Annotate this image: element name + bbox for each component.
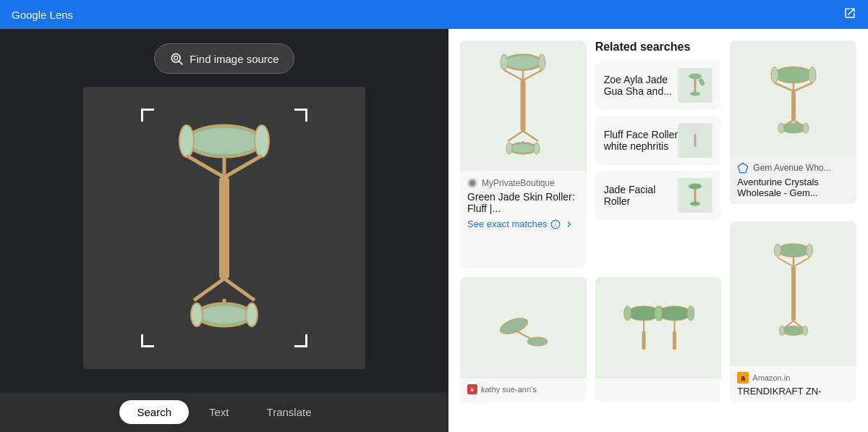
see-exact-matches-text: See exact matches	[467, 219, 548, 229]
svg-point-75	[774, 244, 780, 257]
bottom-result-1-source-text: kathy sue-ann's	[481, 385, 537, 394]
source-name: MyPrivateBoutique	[482, 178, 555, 188]
svg-line-79	[793, 258, 809, 267]
bottom-result-2-image	[595, 277, 722, 378]
related-item-2[interactable]: Fluff Face Roller white nephritis	[595, 116, 722, 165]
main-search-result[interactable]: MyPrivateBoutique Green Jade Skin Roller…	[460, 41, 587, 268]
svg-point-74	[778, 244, 809, 257]
svg-point-15	[200, 306, 249, 323]
svg-line-78	[778, 258, 793, 267]
third-col-result[interactable]: Gem Avenue Who... Aventurine Crystals Wh…	[730, 41, 856, 213]
translate-tab[interactable]: Translate	[250, 400, 329, 424]
svg-line-8	[187, 156, 224, 177]
svg-point-32	[534, 143, 540, 154]
svg-point-31	[506, 143, 512, 154]
main-result-jade-roller	[490, 44, 556, 167]
bottom-result-3-source-text: Amazon.in	[752, 373, 790, 382]
text-tab[interactable]: Text	[192, 400, 247, 424]
bottom-result-1-content: k kathy sue-ann's	[460, 378, 587, 402]
find-image-label: Find image source	[190, 53, 278, 65]
jade-roller-image	[159, 98, 289, 358]
see-exact-matches-link[interactable]: See exact matches i	[467, 219, 579, 229]
svg-line-11	[194, 279, 224, 300]
svg-point-36	[689, 74, 702, 80]
svg-line-1	[179, 62, 183, 65]
svg-line-23	[504, 70, 523, 80]
bottom-result-2-content	[595, 378, 722, 390]
related-item-1-text: Zoe Ayla Jade Gua Sha and...	[604, 74, 678, 97]
related-item-2-text: Fluff Face Roller white nephritis	[604, 129, 678, 152]
third-col-title: Aventurine Crystals Wholesale - Gem...	[737, 177, 849, 198]
svg-point-33	[469, 180, 475, 186]
svg-point-65	[624, 306, 631, 321]
svg-rect-25	[521, 80, 526, 131]
third-col-source-name: Gem Avenue Who...	[753, 163, 830, 173]
svg-point-61	[527, 337, 548, 346]
svg-point-76	[806, 244, 812, 257]
third-col-source: Gem Avenue Who...	[737, 162, 849, 174]
svg-rect-73	[673, 331, 676, 350]
svg-point-84	[779, 326, 784, 336]
related-item-1[interactable]: Zoe Ayla Jade Gua Sha and...	[595, 61, 722, 110]
svg-point-59	[498, 315, 530, 337]
related-item-3-thumb	[678, 178, 712, 213]
svg-point-71	[687, 306, 694, 321]
svg-line-51	[793, 83, 812, 92]
selection-corner-br	[294, 334, 307, 347]
svg-point-21	[538, 54, 545, 70]
svg-point-2	[174, 56, 178, 60]
main-result-title: Green Jade Skin Roller: Fluff |...	[467, 191, 579, 214]
results-grid: MyPrivateBoutique Green Jade Skin Roller…	[460, 41, 856, 402]
svg-line-24	[523, 70, 542, 80]
svg-rect-68	[642, 331, 645, 350]
source-icon-1: k	[467, 384, 477, 394]
third-col-top-card[interactable]: Gem Avenue Who... Aventurine Crystals Wh…	[730, 41, 856, 204]
related-item-2-thumb	[678, 123, 712, 158]
svg-rect-39	[698, 78, 705, 87]
svg-point-45	[690, 202, 700, 206]
svg-point-30	[511, 144, 535, 153]
svg-point-47	[771, 67, 778, 83]
selection-corner-tl	[141, 109, 154, 122]
svg-rect-10	[219, 177, 229, 279]
svg-line-50	[775, 83, 793, 92]
left-panel: Find image source	[0, 29, 448, 432]
svg-line-26	[508, 131, 523, 141]
bottom-result-3-title: TRENDIKRAFT ZN-	[737, 386, 849, 397]
selection-corner-bl	[141, 334, 154, 347]
svg-line-9	[224, 156, 262, 177]
svg-point-6	[255, 125, 269, 157]
bottom-result-3[interactable]: a Amazon.in TRENDIKRAFT ZN-	[730, 221, 856, 402]
app-title: Google Lens	[12, 9, 73, 21]
svg-line-27	[523, 131, 538, 141]
svg-point-42	[690, 147, 700, 151]
search-tab[interactable]: Search	[119, 400, 189, 424]
find-image-source-button[interactable]: Find image source	[154, 43, 294, 74]
info-icon: i	[550, 219, 561, 229]
svg-marker-58	[739, 163, 748, 172]
third-col-image	[730, 41, 856, 156]
svg-point-57	[803, 123, 809, 133]
bottom-result-1-image	[460, 277, 587, 378]
svg-point-16	[191, 303, 203, 326]
svg-text:i: i	[555, 221, 556, 226]
source-favicon	[467, 178, 477, 188]
svg-point-19	[506, 56, 540, 69]
related-searches-title: Related searches	[595, 41, 722, 54]
bottom-result-2[interactable]	[595, 277, 722, 402]
svg-point-40	[689, 129, 702, 135]
main-result-image	[460, 41, 587, 171]
related-item-3[interactable]: Jade Facial Roller	[595, 171, 722, 220]
svg-point-43	[689, 184, 702, 190]
right-panel: MyPrivateBoutique Green Jade Skin Roller…	[448, 29, 868, 432]
svg-point-38	[690, 92, 700, 96]
svg-point-55	[781, 123, 806, 133]
gem-icon	[737, 162, 749, 174]
bottom-tabs: Search Text Translate	[0, 392, 448, 432]
external-link-icon[interactable]	[843, 7, 856, 23]
bottom-result-1[interactable]: k kathy sue-ann's	[460, 277, 587, 402]
main-result-source: MyPrivateBoutique	[467, 178, 579, 188]
selection-corner-tr	[294, 109, 307, 122]
main-result-content: MyPrivateBoutique Green Jade Skin Roller…	[460, 171, 587, 237]
svg-point-46	[775, 67, 812, 83]
